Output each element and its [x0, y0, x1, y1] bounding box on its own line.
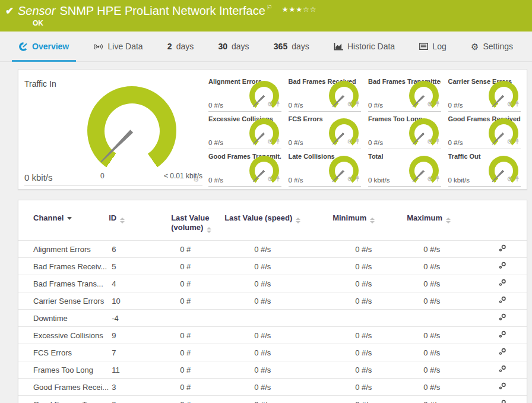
gauge-settings-icon[interactable]: ⚙ — [427, 101, 433, 108]
channel-link[interactable]: Excessive Collisions — [33, 331, 103, 340]
cell-value: 4 — [112, 279, 116, 288]
gauge-settings-icon[interactable]: ⚙ — [347, 176, 353, 182]
channel-settings-icon[interactable] — [499, 348, 506, 355]
gauge-settings-icon[interactable]: ⚙ — [347, 138, 353, 145]
cell-value: 0 # — [180, 262, 191, 271]
gauge-scale-min: 0 — [100, 172, 104, 180]
mini-gauge-value: 0 #/s — [448, 139, 463, 146]
gauge-cell-icons: ⚙ — [506, 136, 520, 147]
sort-arrows-icon[interactable] — [67, 217, 72, 220]
channel-settings-icon[interactable] — [499, 330, 506, 338]
channel-link[interactable]: Good Frames Recei... — [33, 383, 109, 392]
mini-gauge-title: Traffic Out — [448, 153, 481, 160]
column-header-volume[interactable]: Last Value (volume) — [171, 207, 224, 241]
sort-arrows-icon[interactable] — [207, 227, 211, 233]
sort-arrows-icon[interactable] — [296, 218, 300, 223]
channel-link[interactable]: Alignment Errors — [33, 245, 91, 254]
gauge-settings-icon[interactable]: ⚙ — [267, 176, 273, 182]
channel-settings-icon[interactable] — [499, 382, 506, 390]
gauge-pin-icon[interactable] — [435, 136, 440, 147]
channel-link[interactable]: Bad Frames Trans... — [33, 279, 103, 288]
tab-365-days[interactable]: 365days — [267, 32, 316, 61]
gauge-pin-icon[interactable] — [276, 99, 280, 109]
tab-label: Settings — [483, 42, 513, 51]
channel-settings-icon[interactable] — [499, 313, 506, 321]
gauge-settings-icon[interactable]: ⚙ — [427, 138, 433, 145]
gauge-pin-icon[interactable] — [276, 174, 280, 184]
gauge-pin-icon[interactable] — [355, 174, 360, 184]
column-header-channel[interactable]: Channel — [18, 207, 109, 241]
gauge-pin-icon[interactable] — [515, 99, 520, 109]
column-header-id[interactable]: ID — [109, 207, 171, 241]
gauge-settings-icon[interactable]: ⚙ — [506, 176, 512, 182]
cell-speed — [224, 310, 332, 327]
gauge-pin-icon[interactable] — [435, 174, 440, 184]
cell-value: 0 #/s — [254, 366, 271, 374]
log-icon — [419, 43, 428, 50]
sort-arrows-icon[interactable] — [120, 218, 125, 223]
channel-link[interactable]: FCS Errors — [33, 348, 72, 357]
gauge-pin-icon[interactable] — [515, 136, 520, 147]
cell-actions — [475, 361, 527, 379]
column-header-speed[interactable]: Last Value (speed) — [224, 207, 332, 241]
cell-value: 0 #/s — [355, 262, 372, 271]
cell-volume: 0 # — [171, 344, 224, 361]
cell-actions — [475, 344, 527, 361]
channel-link[interactable]: Carrier Sense Errors — [33, 297, 104, 306]
channel-settings-icon[interactable] — [499, 244, 506, 252]
cell-value: 0 #/s — [423, 331, 440, 340]
channel-settings-icon[interactable] — [499, 399, 506, 403]
tab-log[interactable]: Log — [412, 32, 453, 61]
priority-stars[interactable]: ★★★☆☆ — [282, 5, 317, 14]
cell-volume: 0 # — [171, 258, 224, 275]
channel-link[interactable]: Bad Frames Receiv... — [33, 262, 107, 271]
gauge-settings-icon[interactable]: ⚙ — [506, 101, 512, 108]
table-row: Good Frames Trans...20 #0 #/s0 #/s0 #/s — [18, 396, 527, 403]
mini-gauge-title: FCS Errors — [289, 115, 323, 122]
tab-30-days[interactable]: 30days — [211, 32, 256, 61]
sensor-header: ✔ SensorSNMP HPE ProLiant Network Interf… — [0, 0, 532, 32]
cell-max: 0 #/s — [407, 327, 475, 344]
column-header-min[interactable]: Minimum — [332, 207, 407, 241]
cell-speed: 0 #/s — [224, 396, 332, 403]
tab-historic-data[interactable]: Historic Data — [327, 32, 402, 61]
cell-value: 0 #/s — [355, 383, 372, 392]
channel-settings-icon[interactable] — [499, 296, 506, 304]
sort-arrows-icon[interactable] — [370, 218, 375, 223]
gauge-settings-icon[interactable]: ⚙ — [193, 177, 199, 183]
cell-actions — [475, 258, 527, 275]
gauge-pin-icon[interactable] — [355, 99, 360, 109]
cell-volume: 0 # — [171, 327, 224, 344]
tab-overview[interactable]: Overview — [12, 32, 76, 61]
gauge-pin-icon[interactable] — [435, 99, 440, 109]
gauge-settings-icon[interactable]: ⚙ — [347, 101, 353, 108]
cell-value: 3 — [112, 383, 116, 392]
cell-value: 6 — [112, 245, 116, 254]
cell-value: 0 # — [180, 348, 191, 357]
mini-gauge-value: 0 #/s — [208, 177, 223, 184]
channel-link[interactable]: Downtime — [33, 314, 68, 323]
gauge-pin-icon[interactable] — [276, 136, 280, 147]
channel-settings-icon[interactable] — [499, 262, 506, 269]
channel-link[interactable]: Good Frames Trans... — [33, 400, 108, 403]
channel-settings-icon[interactable] — [499, 365, 506, 373]
cell-min: 0 #/s — [332, 275, 407, 292]
gauge-pin-icon[interactable] — [515, 174, 520, 184]
channel-link[interactable]: Frames Too Long — [33, 366, 93, 374]
tab-bar: OverviewLive Data2days30days365daysHisto… — [0, 32, 532, 62]
gauge-pin-icon[interactable] — [355, 136, 360, 147]
sort-arrows-icon[interactable] — [446, 218, 451, 223]
cell-id: 4 — [109, 275, 171, 292]
channel-settings-icon[interactable] — [499, 279, 506, 286]
tab-live-data[interactable]: Live Data — [86, 32, 150, 61]
channels-panel: ChannelIDLast Value (volume)Last Value (… — [18, 200, 527, 403]
gauge-settings-icon[interactable]: ⚙ — [267, 101, 273, 108]
gauge-settings-icon[interactable]: ⚙ — [427, 176, 433, 182]
column-header-max[interactable]: Maximum — [407, 207, 475, 241]
tab-2-days[interactable]: 2days — [160, 32, 201, 61]
gauge-settings-icon[interactable]: ⚙ — [267, 138, 273, 145]
table-row: Bad Frames Trans...40 #0 #/s0 #/s0 #/s — [18, 275, 527, 292]
mini-gauge-value: 0 #/s — [368, 102, 383, 109]
tab-settings[interactable]: ⚙Settings — [464, 32, 520, 61]
gauge-settings-icon[interactable]: ⚙ — [506, 138, 512, 145]
